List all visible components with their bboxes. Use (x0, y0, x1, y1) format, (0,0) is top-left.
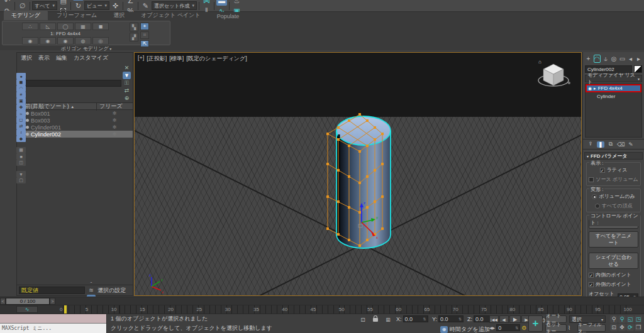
ribbon-tab[interactable]: 選択 (106, 11, 132, 20)
go-start-button[interactable]: |◀◀ (489, 315, 499, 323)
outside-points-checkbox[interactable]: ✓ (589, 282, 594, 287)
selection-settings-label[interactable]: 選択の設定 (97, 287, 126, 295)
filter-funnel-icon[interactable]: ▼ (123, 72, 131, 79)
angle-snap-icon[interactable]: ∠ (125, 0, 136, 6)
preview-off-button[interactable]: ◉ (22, 37, 38, 45)
maximize-viewport-icon[interactable]: ❒ (635, 324, 642, 331)
mini-curve-editor-button[interactable]: ∿ (16, 306, 38, 313)
lock-icon[interactable]: ⚿ (123, 79, 131, 87)
tab-create[interactable]: + (586, 55, 591, 62)
make-unique-icon[interactable]: ⧉ (607, 141, 614, 148)
display-cameras-icon[interactable]: ▣ (16, 98, 26, 104)
play-button[interactable]: ▶ (509, 315, 521, 323)
zoom-extents-all-icon[interactable]: ◳ (635, 315, 642, 323)
display-xrefs-icon[interactable]: ⇄ (16, 123, 26, 129)
all-vertices-radio[interactable] (595, 204, 600, 209)
display-influences-icon[interactable]: ▦ (16, 147, 26, 153)
explorer-menu-item[interactable]: 編集 (56, 54, 67, 62)
filter-set-icon[interactable]: ▢ (16, 177, 26, 183)
render-setup-icon[interactable]: ♨ (231, 0, 242, 6)
display-spacewarps-icon[interactable]: ≈ (16, 111, 26, 117)
show-end-result-icon[interactable]: ❚ (597, 141, 604, 148)
key-mode-toggle[interactable]: ◀▶ (489, 325, 495, 330)
display-lights-icon[interactable]: ☀ (16, 92, 26, 98)
named-selection-sets-dropdown[interactable]: 選択セット作成 (152, 1, 197, 10)
display-shapes-icon[interactable]: ◠ (16, 85, 26, 92)
zoom-extents-icon[interactable]: ◱ (626, 315, 634, 323)
display-hidden-icon[interactable]: ◫ (16, 160, 26, 166)
maxscript-macro-row[interactable] (0, 314, 106, 324)
fence-toggle[interactable]: ⌗ (140, 31, 149, 39)
add-time-tag[interactable]: ⊕ 時間タグを追加 (440, 325, 490, 333)
select-manipulate-icon[interactable]: ✜ (110, 1, 121, 11)
freeze-icon[interactable]: ✻ (96, 111, 133, 116)
set-key-large-button[interactable]: + (528, 315, 543, 332)
pin-stack-small-icon[interactable]: ▚ (130, 23, 138, 31)
modifier-visibility-icon[interactable]: ◉ (588, 86, 592, 91)
preview-ignore-button[interactable]: ◍ (75, 37, 91, 45)
display-frozen-icon[interactable]: ■ (16, 153, 26, 160)
set-key-button[interactable]: セットキー (545, 324, 567, 332)
absolute-mode-icon[interactable]: ⊞ (384, 315, 392, 324)
display-helpers-icon[interactable]: ✚ (16, 104, 26, 111)
object-row[interactable]: ◉Cylinder002 ✻ (17, 131, 133, 138)
clear-search-icon[interactable]: ✕ (123, 64, 131, 72)
ribbon-toggle-icon[interactable]: ▬ (216, 0, 227, 6)
modifier-expand-icon[interactable]: ▸ (594, 86, 596, 91)
preset-minus-icon[interactable]: - (87, 278, 96, 287)
explorer-search-input[interactable] (19, 80, 121, 87)
undo-icon[interactable]: ↶ (2, 0, 13, 6)
display-all-icon[interactable]: ● (16, 73, 26, 79)
freeze-icon[interactable]: ✻ (96, 124, 133, 130)
freeze-icon[interactable]: ✻ (96, 117, 133, 123)
column-name[interactable]: 名前(昇順でソート) ▲ (17, 102, 96, 111)
display-groups-icon[interactable]: ◻ (16, 117, 26, 123)
preview-subobj-button[interactable]: ◉ (40, 37, 56, 45)
time-configuration-icon[interactable]: ⚙ (521, 325, 526, 331)
lattice-checkbox[interactable]: ✓ (600, 168, 605, 173)
conform-to-shape-button[interactable]: シェイプに合わせる (589, 253, 638, 269)
tab-hierarchy[interactable]: ⫝ (603, 55, 609, 63)
explorer-list-icon[interactable]: ≋ (87, 287, 96, 295)
explorer-menu-item[interactable]: 表示 (38, 54, 50, 62)
unlink-icon[interactable]: ∅ (17, 1, 28, 11)
current-frame-marker[interactable] (64, 305, 67, 314)
sync-selection-icon[interactable]: ⇄ (123, 87, 131, 94)
modifier-list-dropdown[interactable]: モディファイヤ リスト▾ (585, 75, 642, 82)
prev-frame-button[interactable]: ◀| (499, 315, 509, 323)
pin-stack-icon[interactable]: ⍒ (587, 141, 594, 148)
freeze-icon[interactable]: ✻ (96, 131, 133, 137)
display-containers-icon[interactable]: ◆ (16, 136, 26, 142)
ribbon-tab[interactable]: モデリング (4, 11, 48, 20)
display-geometry-icon[interactable]: ◼ (16, 79, 26, 85)
tab-scroll-left[interactable]: ◂ (628, 55, 633, 62)
element-mode-button[interactable]: ◼ (92, 23, 109, 30)
pick-container-icon[interactable]: ⊕ (123, 94, 131, 102)
select-by-name-icon[interactable]: ▤ (58, 0, 69, 6)
selection-lock-icon[interactable] (371, 315, 380, 324)
tab-display[interactable]: ▭ (619, 55, 625, 62)
display-bones-icon[interactable]: ≀ (16, 129, 26, 136)
viewport-label-segment[interactable]: [+] (138, 55, 144, 63)
orbit-icon[interactable]: ⟳ (626, 324, 634, 331)
selection-filter-dropdown[interactable]: すべて (32, 1, 57, 10)
tab-scroll-right[interactable]: ▸ (636, 55, 641, 62)
viewport[interactable]: [+][正投影][標準][既定のシェーディング] (134, 52, 582, 296)
zoom-region-icon[interactable]: ⊡ (610, 324, 618, 331)
collapse-stack-icon[interactable]: ▞ (130, 33, 138, 41)
preview-multi-button[interactable]: ◉ (57, 37, 74, 45)
only-in-volume-radio[interactable] (592, 194, 597, 199)
tab-motion[interactable]: ◎ (611, 55, 617, 62)
viewcube[interactable]: ⌂ (535, 58, 572, 90)
viewport-label-segment[interactable]: [正投影] (147, 55, 167, 63)
animate-all-button[interactable]: すべてをアニメート (589, 231, 638, 248)
mirror-icon[interactable]: ⋈ (201, 0, 212, 6)
source-volume-checkbox[interactable] (589, 177, 594, 182)
explorer-menu-item[interactable]: 選択 (21, 54, 32, 62)
object-row[interactable]: ◉Box003 ✻ (17, 117, 133, 124)
x-coordinate-field[interactable]: 0.0⇅ (403, 315, 428, 322)
object-row[interactable]: ◉Cylinder001 ✻ (17, 124, 133, 131)
maxscript-mini-listener[interactable]: MAXScript ミニ... (0, 314, 107, 333)
modifier-stack-item-cylinder[interactable]: Cylinder (586, 92, 641, 100)
isolate-selection-icon[interactable]: ⊡ (358, 315, 367, 324)
